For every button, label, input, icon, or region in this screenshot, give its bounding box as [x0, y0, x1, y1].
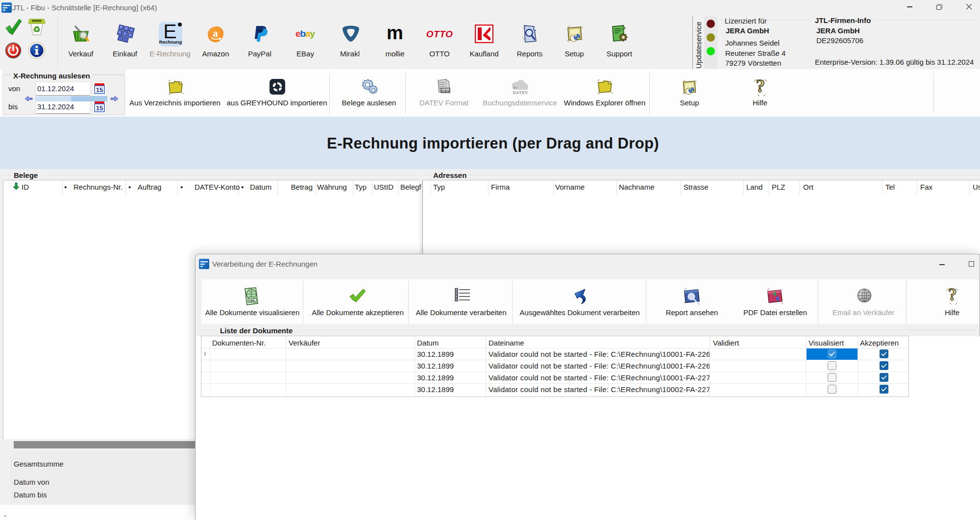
svg-text:?: ?	[756, 78, 765, 96]
svg-text:15: 15	[96, 86, 103, 94]
svg-text:a: a	[213, 27, 218, 39]
svg-text:♻: ♻	[33, 25, 40, 34]
svg-text:DATEV: DATEV	[513, 90, 528, 95]
svg-text:?: ?	[948, 287, 957, 304]
svg-text:CSV: CSV	[441, 89, 450, 93]
svg-text:XML: XML	[248, 299, 256, 302]
svg-text:15: 15	[96, 104, 103, 112]
